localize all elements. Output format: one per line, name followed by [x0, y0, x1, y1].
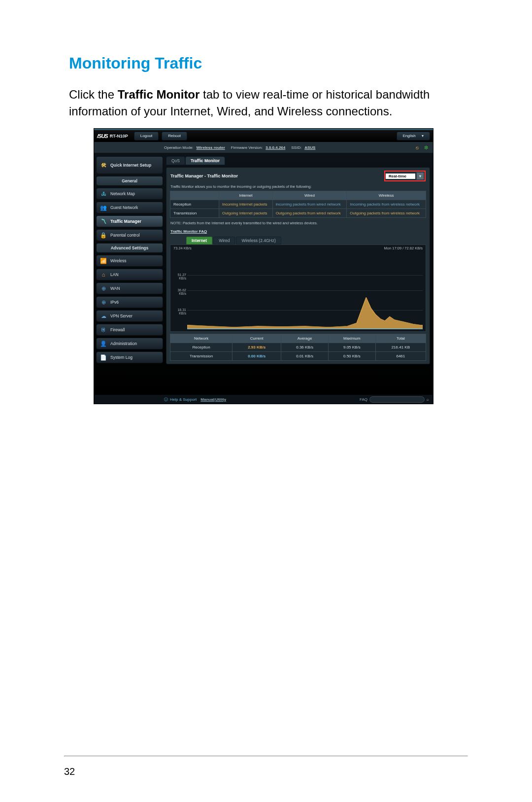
page-rule — [64, 756, 468, 757]
app-footer: ⓘ Help & Support Manual | Utility FAQ ⌕ — [94, 395, 433, 404]
brand-logo: /SUS — [97, 133, 108, 139]
faq-label: FAQ — [360, 397, 367, 402]
row-header: Reception — [170, 200, 219, 209]
sidebar-item-firewall[interactable]: ⛨Firewall — [96, 324, 163, 336]
nav-icon: ⊕ — [100, 285, 107, 292]
nav-icon: ⛨ — [100, 326, 107, 333]
stats-cell: 216.41 KB — [375, 343, 426, 352]
sidebar-item-parental-control[interactable]: 🔒Parental control — [96, 229, 163, 241]
intro-text: Click the Traffic Monitor tab to view re… — [69, 86, 468, 119]
sidebar-item-wireless[interactable]: 📶Wireless — [96, 255, 163, 267]
chart-tab-wireless[interactable]: Wireless (2.4GHz) — [236, 237, 281, 244]
info-icon: ⓘ — [164, 397, 168, 402]
help-support[interactable]: Help & Support — [170, 397, 197, 402]
nav-icon: 〽 — [100, 218, 107, 225]
traffic-chart: 73.24 KB/s Mon 17:09 / 72.82 KB/s 51.27 … — [170, 244, 426, 332]
stats-cell: 0.00 KB/s — [233, 352, 281, 361]
stats-cell: 9.05 KB/s — [328, 343, 375, 352]
chart-timestamp: Mon 17:09 / 72.82 KB/s — [384, 246, 423, 250]
chart-tab-internet[interactable]: Internet — [186, 237, 212, 244]
panel-desc: Traffic Monitor allows you to monitor th… — [170, 184, 426, 189]
sidebar-item-label: Administration — [110, 341, 137, 346]
col-header: Internet — [219, 191, 273, 200]
sidebar-item-label: IPv6 — [110, 300, 119, 305]
stats-col: Average — [281, 334, 329, 343]
router-screenshot: /SUS RT-N10P Logout Reboot English ▾ Ope… — [94, 128, 433, 404]
nav-icon: 📶 — [100, 257, 107, 264]
sidebar-item-label: Parental control — [110, 233, 140, 238]
series-reception — [187, 297, 423, 329]
packet-note: NOTE: Packets from the Internet are even… — [170, 221, 426, 225]
sidebar-item-wan[interactable]: ⊕WAN — [96, 282, 163, 294]
sidebar-item-traffic-manager[interactable]: 〽Traffic Manager — [96, 215, 163, 227]
traffic-panel: Traffic Manager - Traffic Monitor Real-t… — [166, 167, 430, 364]
sidebar-item-ipv6[interactable]: ⊕IPv6 — [96, 296, 163, 308]
manual-link[interactable]: Manual — [200, 397, 214, 402]
chevron-down-icon[interactable]: ▾ — [416, 172, 424, 180]
sidebar-item-system-log[interactable]: 📄System Log — [96, 351, 163, 363]
status-bar: Operation Mode: Wireless router Firmware… — [94, 142, 433, 153]
sidebar-item-network-map[interactable]: 🖧Network Map — [96, 188, 163, 200]
tab-traffic-monitor[interactable]: Traffic Monitor — [185, 156, 225, 165]
stats-row-head: Transmission — [170, 352, 233, 361]
nav-icon: 🖧 — [100, 190, 107, 197]
sidebar-item-label: LAN — [110, 272, 119, 277]
packet-link[interactable]: Outgoing packets from wired network — [272, 209, 347, 218]
row-header: Transmission — [170, 209, 219, 218]
logout-button[interactable]: Logout — [134, 132, 159, 140]
wrench-icon: 🛠 — [100, 162, 107, 169]
packet-link[interactable]: Incoming packets from wireless network — [347, 200, 426, 209]
search-icon[interactable]: ⌕ — [427, 397, 429, 402]
sidebar: 🛠 Quick Internet Setup General 🖧Network … — [94, 153, 166, 395]
nav-icon: 📄 — [100, 354, 107, 361]
chart-tab-wired[interactable]: Wired — [213, 237, 235, 244]
language-select[interactable]: English ▾ — [397, 132, 430, 140]
signal-icon[interactable]: ❇ — [423, 144, 429, 150]
stats-table: NetworkCurrentAverageMaximumTotal Recept… — [170, 334, 426, 361]
tab-qos[interactable]: QoS — [166, 156, 185, 165]
sidebar-item-guest-network[interactable]: 👥Guest Network — [96, 202, 163, 213]
packet-link[interactable]: Outgoing Internet packets — [219, 209, 273, 218]
packet-table: InternetWiredWireless ReceptionIncoming … — [170, 191, 426, 218]
sidebar-item-vpn-server[interactable]: ☁VPN Server — [96, 310, 163, 322]
quick-setup-button[interactable]: 🛠 Quick Internet Setup — [96, 156, 163, 174]
sidebar-item-administration[interactable]: 👤Administration — [96, 338, 163, 349]
nav-icon: ⊕ — [100, 299, 107, 306]
y-tick: 51.27 KB/s — [170, 273, 186, 280]
timeframe-select[interactable]: Real-time — [386, 174, 415, 179]
packet-link[interactable]: Outgoing packets from wireless network — [347, 209, 426, 218]
chart-ytop: 73.24 KB/s — [173, 246, 192, 250]
sidebar-item-lan[interactable]: ⌂LAN — [96, 269, 163, 280]
traffic-faq-link[interactable]: Traffic Monitor FAQ — [170, 229, 207, 234]
stats-cell: 0.36 KB/s — [281, 343, 329, 352]
packet-link[interactable]: Incoming packets from wired network — [272, 200, 347, 209]
sidebar-item-label: Firewall — [110, 327, 125, 332]
sidebar-item-label: Traffic Manager — [110, 219, 141, 224]
stats-cell: 2.93 KB/s — [233, 343, 281, 352]
utility-link[interactable]: Utility — [215, 397, 226, 402]
nav-icon: 🔒 — [100, 232, 107, 239]
stats-row-head: Reception — [170, 343, 233, 352]
y-tick: 18.31 KB/s — [170, 308, 186, 315]
packet-link[interactable]: Incoming Internet packets — [219, 200, 273, 209]
section-advanced: Advanced Settings — [96, 243, 163, 253]
y-tick: 36.62 KB/s — [170, 288, 186, 295]
app-topbar: /SUS RT-N10P Logout Reboot English ▾ — [94, 129, 433, 142]
wifi-status-icon[interactable]: ⎋ — [414, 144, 420, 150]
model-name: RT-N10P — [110, 134, 128, 139]
sidebar-item-label: VPN Server — [110, 314, 133, 318]
firmware-link[interactable]: 3.0.0.4.264 — [266, 145, 285, 150]
sidebar-item-label: WAN — [110, 286, 120, 291]
col-header: Wireless — [347, 191, 426, 200]
faq-search-input[interactable] — [369, 396, 425, 403]
ssid-link[interactable]: ASUS — [304, 145, 315, 150]
reboot-button[interactable]: Reboot — [162, 132, 187, 140]
opmode-link[interactable]: Wireless router — [197, 145, 225, 150]
series-transmission — [187, 329, 423, 329]
nav-icon: 👥 — [100, 204, 107, 211]
sidebar-item-label: Network Map — [110, 191, 135, 196]
nav-icon: ☁ — [100, 313, 107, 319]
sidebar-item-label: Guest Network — [110, 205, 138, 210]
stats-cell: 0.01 KB/s — [281, 352, 329, 361]
sidebar-item-label: Wireless — [110, 258, 127, 263]
